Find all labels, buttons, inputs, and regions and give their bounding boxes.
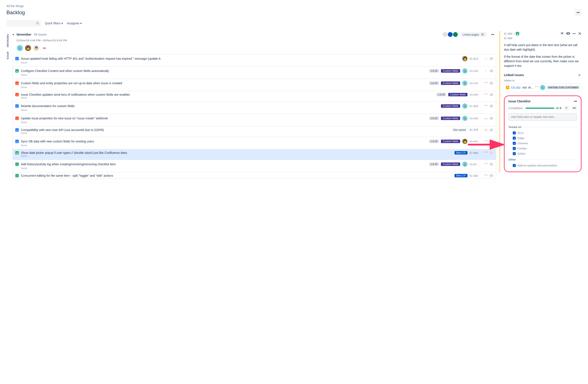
linked-issue-card[interactable]: ? CS-152 AW: W… ⌃⌃ 🦌 WAITING FOR CUSTOME…	[504, 83, 582, 92]
issue-key[interactable]: IC-464	[504, 37, 582, 40]
issue-summary: Rewrite documentation for custom fields	[21, 104, 439, 108]
task-icon	[15, 140, 19, 143]
issue-key[interactable]: IC-320	[470, 174, 482, 177]
issue-key[interactable]: IC-429	[470, 104, 482, 108]
epic-badge[interactable]: Custom fields	[441, 140, 460, 143]
versions-rail[interactable]: VERSIONS	[6, 34, 9, 47]
issue-key[interactable]: IC-126	[470, 117, 482, 120]
checklist-more-button[interactable]: •••	[574, 100, 577, 103]
estimate-badge[interactable]: -	[489, 104, 493, 107]
estimate-badge[interactable]: -	[489, 128, 493, 131]
issue-row[interactable]: Add history/activity log when creating/r…	[13, 160, 496, 172]
feature-icon: ?	[506, 86, 509, 89]
filter-checklist-button[interactable]	[564, 106, 569, 111]
estimate-badge[interactable]: -	[489, 93, 493, 96]
checklist-item[interactable]: Add or update documentation	[508, 163, 577, 168]
avatar-more-button[interactable]: •••	[41, 45, 48, 52]
issue-row[interactable]: Issue Checklist updates send tons of not…	[13, 91, 496, 101]
priority-icon: ⌄⌄	[484, 117, 487, 120]
avatar[interactable]: 🧑	[24, 45, 31, 52]
estimate-badge[interactable]: -	[489, 117, 493, 120]
assignee-avatar[interactable]: 🦌	[462, 103, 467, 109]
checklist-item-label: IE11	[518, 131, 524, 135]
issue-row[interactable]: Compatibility with new User API (use acc…	[13, 126, 496, 137]
checklist-item[interactable]: Safari	[508, 151, 577, 156]
estimate-badge[interactable]: -	[489, 174, 493, 177]
avatar[interactable]: 👨	[33, 45, 40, 52]
assignee-label: Assignee	[67, 21, 79, 25]
assignee-avatar[interactable]: 🧑	[462, 139, 467, 144]
page-more-actions-button[interactable]: •••	[575, 9, 582, 16]
completion-progress-bar	[525, 107, 554, 109]
search-input[interactable]	[6, 20, 41, 27]
assignee-avatar[interactable]: 🦌	[462, 162, 467, 167]
epic-badge[interactable]: Best UX	[455, 174, 467, 177]
issue-key[interactable]: IC-379	[470, 128, 482, 131]
add-linked-issue-button[interactable]: ＋	[577, 72, 582, 78]
version-badge: 1.8.20	[429, 162, 439, 166]
assignee-dropdown[interactable]: Assignee ▾	[67, 21, 82, 25]
close-icon[interactable]: ✕	[578, 31, 582, 36]
priority-icon: ⌃⌃	[535, 86, 538, 89]
checkbox-icon[interactable]	[513, 152, 516, 155]
detail-more-button[interactable]: •••	[572, 32, 576, 35]
breadcrumb[interactable]: All the things	[6, 4, 582, 8]
estimate-badge[interactable]: -	[489, 151, 493, 154]
avatar[interactable]: 🦌	[16, 45, 23, 52]
issue-key[interactable]: IC-464	[470, 151, 482, 155]
checklist-item[interactable]: Chrome	[508, 141, 577, 146]
sprint-more-actions-button[interactable]: •••	[489, 31, 496, 38]
issue-key[interactable]: IC-175	[470, 82, 482, 85]
checklist-item[interactable]: Firefox	[508, 146, 577, 151]
issue-row[interactable]: Concurrent editing for the same item - s…	[13, 172, 496, 178]
checklist-item[interactable]: IE11	[508, 130, 577, 136]
checkbox-icon[interactable]	[513, 142, 516, 145]
issue-key[interactable]: IC-20	[470, 163, 482, 166]
estimate-badge[interactable]: -	[489, 69, 493, 72]
epic-badge[interactable]: Custom fields	[441, 104, 460, 108]
checkbox-icon[interactable]	[513, 137, 516, 140]
issue-row[interactable]: Show date picker popup if user types // …	[13, 149, 496, 160]
checklist-actions-button[interactable]: •••	[571, 106, 577, 111]
issue-epic-none: None	[15, 96, 493, 101]
checkbox-icon[interactable]	[513, 164, 516, 167]
estimate-badge[interactable]: -	[489, 82, 493, 85]
feedback-icon[interactable]	[560, 31, 564, 36]
linked-pages-button[interactable]: Linked pages 0	[460, 32, 487, 37]
issue-row[interactable]: Update issue properties for new issue on…	[13, 114, 496, 126]
assignee-avatar[interactable]: 🦌	[462, 81, 467, 86]
estimate-badge[interactable]: -	[489, 57, 493, 60]
epic-badge[interactable]: Custom fields	[448, 93, 467, 96]
epic-badge[interactable]: Custom fields	[441, 162, 460, 166]
quick-filters-dropdown[interactable]: Quick filters ▾	[45, 21, 63, 25]
version-badge: 1.8.20	[429, 117, 439, 120]
checkbox-icon[interactable]	[513, 147, 516, 150]
estimate-badge[interactable]: -	[489, 163, 493, 166]
issue-row[interactable]: Custom fields and entity properties are …	[13, 79, 496, 91]
assignee-avatar[interactable]: 🦌	[462, 116, 467, 121]
checkbox-icon[interactable]	[513, 131, 516, 135]
watch-icon[interactable]	[566, 31, 570, 36]
issue-summary: Sync DB data with new custom fields for …	[21, 140, 427, 143]
issue-key[interactable]: IC-413	[470, 57, 482, 60]
issue-row[interactable]: Sync DB data with new custom fields for …	[13, 137, 496, 149]
epic-badge[interactable]: Custom fields	[441, 81, 460, 85]
epic-badge[interactable]: Best UX	[455, 151, 467, 155]
epic-badge[interactable]: Custom fields	[441, 69, 460, 73]
epic-badge[interactable]: Custom fields	[441, 117, 460, 120]
assignee-avatar[interactable]: 🦌	[462, 68, 467, 74]
issue-row[interactable]: Configure Checklist Content and other cu…	[13, 66, 496, 79]
issue-key[interactable]: IC-234	[470, 69, 482, 73]
assignee-avatar[interactable]: 🧑	[462, 56, 467, 61]
epics-rail[interactable]: EPICS	[6, 52, 9, 60]
more-icon: •••	[491, 33, 494, 36]
issue-row[interactable]: Rewrite documentation for custom fieldsC…	[13, 101, 496, 114]
issue-row[interactable]: /issue-updated hook failing with HTTP 40…	[13, 54, 496, 66]
epic-badge[interactable]: Dev speed	[452, 128, 467, 132]
issue-summary: Compatibility with new User API (use acc…	[21, 128, 450, 132]
collapse-icon[interactable]: ▾	[13, 33, 14, 36]
add-todo-input[interactable]	[508, 113, 577, 121]
checklist-item[interactable]: Edge	[508, 136, 577, 141]
issue-key[interactable]: IC-254	[470, 93, 482, 96]
parent-issue-key[interactable]: IC-450	[504, 32, 512, 35]
